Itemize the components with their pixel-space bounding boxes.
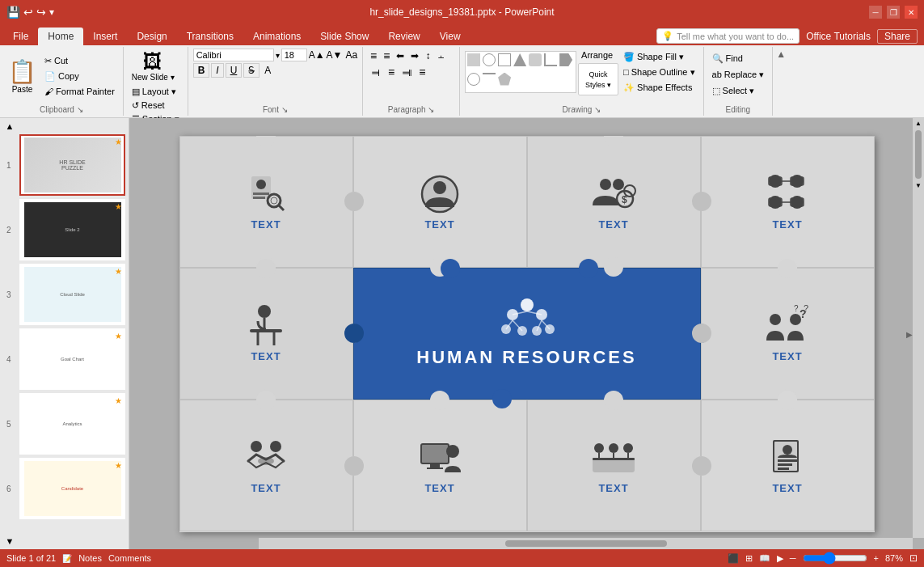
replace-button[interactable]: ab Replace ▾ [709, 68, 768, 82]
find-button[interactable]: 🔍 Find [709, 52, 768, 66]
reset-button[interactable]: ↺ Reset [129, 99, 168, 112]
view-sorter-icon[interactable]: ⊞ [745, 553, 753, 564]
puzzle-piece-6[interactable]: ? ? ? TEXT [701, 268, 875, 400]
clear-formatting[interactable]: Aa [345, 49, 357, 61]
puzzle-grid: TEXT TEXT [179, 136, 875, 532]
shape-outline-button[interactable]: □ Shape Outline ▾ [620, 66, 698, 79]
svg-rect-69 [778, 468, 789, 470]
slide-thumb-3[interactable]: 3 Cloud Slide ★ [19, 264, 125, 325]
align-center[interactable]: ≡ [386, 65, 397, 79]
puzzle-piece-8[interactable]: TEXT [353, 400, 527, 531]
increase-indent[interactable]: ➡ [408, 49, 421, 62]
fit-to-window-button[interactable]: ⊡ [909, 552, 918, 564]
font-size-increase[interactable]: A▲ [309, 49, 325, 61]
notes-button[interactable]: Notes [78, 553, 102, 563]
puzzle-piece-7[interactable]: TEXT [179, 400, 353, 531]
slide-canvas[interactable]: TEXT TEXT [179, 136, 875, 532]
panel-scroll-up[interactable]: ▲ [3, 121, 16, 131]
vertical-scrollbar[interactable]: ▲ ▼ [913, 118, 924, 538]
tab-view[interactable]: View [430, 28, 470, 45]
redo-icon[interactable]: ↪ [36, 6, 46, 19]
quick-styles-button[interactable]: QuickStyles ▾ [578, 63, 618, 95]
slide-info: Slide 1 of 21 [6, 553, 56, 563]
office-tutorials-link[interactable]: Office Tutorials [806, 31, 871, 42]
arrange-button[interactable]: Arrange [578, 49, 618, 61]
panel-scroll-down[interactable]: ▼ [3, 536, 16, 546]
svg-line-40 [513, 320, 522, 331]
puzzle-piece-4[interactable]: TEXT [701, 136, 875, 268]
decrease-indent[interactable]: ⬅ [394, 49, 407, 62]
tab-home[interactable]: Home [38, 28, 83, 45]
align-right[interactable]: ⫥ [399, 65, 415, 79]
connector-left-8 [344, 456, 364, 476]
puzzle-piece-10[interactable]: TEXT [701, 400, 875, 531]
zoom-slider[interactable] [803, 552, 867, 565]
new-slide-button[interactable]: 🖼 New Slide ▾ [129, 49, 178, 83]
select-button[interactable]: ⬚ Select ▾ [709, 84, 768, 98]
canvas-scroll-right[interactable]: ▶ [906, 329, 913, 338]
people-money-icon: $ [589, 173, 638, 215]
slide-thumb-4[interactable]: 4 Goal Chart ★ [19, 328, 125, 390]
copy-button[interactable]: 📄 Copy [41, 70, 118, 83]
puzzle-piece-3[interactable]: $ TEXT [527, 136, 701, 268]
zoom-out-button[interactable]: ─ [790, 553, 796, 563]
customize-icon[interactable]: ▾ [49, 6, 54, 18]
line-spacing[interactable]: ↕ [423, 49, 432, 62]
collapse-ribbon-button[interactable]: ▲ [776, 49, 786, 60]
paragraph-label: Paragraph ↘ [368, 104, 454, 114]
font-size-decrease[interactable]: A▼ [327, 49, 343, 61]
tab-review[interactable]: Review [378, 28, 429, 45]
comments-button[interactable]: Comments [108, 553, 151, 563]
bullets-button[interactable]: ≡ [368, 49, 379, 63]
strikethrough-button[interactable]: S̶ [243, 63, 259, 78]
undo-icon[interactable]: ↩ [23, 6, 33, 19]
columns-button[interactable]: ⫠ [434, 49, 449, 62]
puzzle-piece-5[interactable]: TEXT [179, 268, 353, 400]
font-color-button[interactable]: A [261, 64, 274, 77]
numbering-button[interactable]: ≡ [381, 49, 392, 63]
underline-button[interactable]: U [226, 63, 243, 78]
bold-button[interactable]: B [193, 63, 210, 78]
close-button[interactable]: ✕ [905, 6, 918, 19]
tell-me-search[interactable]: 💡 Tell me what you want to do... [656, 28, 800, 44]
font-name-input[interactable] [193, 49, 274, 61]
slide-thumb-1[interactable]: 1 HR SLIDEPUZZLE ★ [19, 134, 125, 196]
font-size-input[interactable] [281, 49, 307, 61]
puzzle-piece-center[interactable]: HUMAN RESOURCES [353, 268, 701, 400]
view-normal-icon[interactable]: ⬛ [728, 553, 739, 564]
svg-rect-54 [427, 468, 443, 469]
slide-thumb-2[interactable]: 2 Slide 2 ★ [19, 199, 125, 260]
canvas-area[interactable]: ◀ TEXT [129, 118, 924, 549]
puzzle-piece-1[interactable]: TEXT [179, 136, 353, 268]
layout-button[interactable]: ▤ Layout ▾ [129, 85, 179, 99]
tab-insert[interactable]: Insert [83, 28, 127, 45]
tab-animations[interactable]: Animations [243, 28, 310, 45]
italic-button[interactable]: I [211, 63, 223, 78]
zoom-in-button[interactable]: + [874, 553, 879, 563]
format-painter-button[interactable]: 🖌 Format Painter [41, 85, 118, 98]
shapes-palette[interactable] [465, 51, 576, 93]
puzzle-piece-9[interactable]: TEXT [527, 400, 701, 531]
view-presenter-icon[interactable]: ▶ [777, 553, 783, 564]
tab-transitions[interactable]: Transitions [177, 28, 243, 45]
puzzle-piece-2[interactable]: TEXT [353, 136, 527, 268]
view-reading-icon[interactable]: 📖 [759, 553, 770, 564]
tab-file[interactable]: File [3, 28, 38, 45]
shape-effects-button[interactable]: ✨ Shape Effects [620, 81, 698, 95]
tell-me-label: Tell me what you want to do... [677, 32, 794, 41]
horizontal-scrollbar[interactable] [259, 538, 913, 549]
align-left[interactable]: ⫤ [368, 65, 384, 79]
tab-design[interactable]: Design [127, 28, 176, 45]
paste-button[interactable]: 📋 Paste [5, 49, 40, 104]
slide-thumb-5[interactable]: 5 Analytics ★ [19, 393, 125, 455]
minimize-button[interactable]: ─ [869, 6, 882, 19]
shape-fill-button[interactable]: 🪣 Shape Fill ▾ [620, 50, 698, 64]
svg-rect-67 [778, 459, 797, 462]
save-icon[interactable]: 💾 [6, 6, 20, 19]
slide-thumb-6[interactable]: 6 Candidate ★ [19, 458, 125, 519]
restore-button[interactable]: ❐ [887, 6, 900, 19]
justify[interactable]: ≡ [416, 65, 428, 79]
cut-button[interactable]: ✂ Cut [41, 54, 118, 68]
share-button[interactable]: Share [877, 29, 918, 44]
tab-slideshow[interactable]: Slide Show [310, 28, 378, 45]
